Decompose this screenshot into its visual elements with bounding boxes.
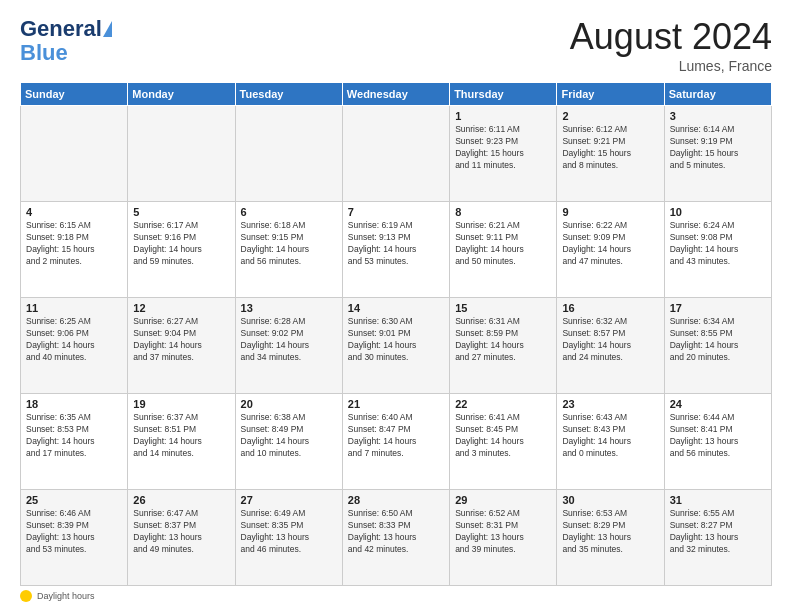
day-number: 9 — [562, 206, 659, 218]
day-number: 2 — [562, 110, 659, 122]
day-number: 7 — [348, 206, 445, 218]
day-number: 13 — [241, 302, 338, 314]
day-number: 24 — [670, 398, 767, 410]
col-sunday: Sunday — [21, 83, 128, 106]
day-info: Sunrise: 6:17 AMSunset: 9:16 PMDaylight:… — [133, 220, 230, 268]
day-info: Sunrise: 6:21 AMSunset: 9:11 PMDaylight:… — [455, 220, 552, 268]
day-info: Sunrise: 6:46 AMSunset: 8:39 PMDaylight:… — [26, 508, 123, 556]
day-info: Sunrise: 6:41 AMSunset: 8:45 PMDaylight:… — [455, 412, 552, 460]
col-saturday: Saturday — [664, 83, 771, 106]
calendar-cell: 16Sunrise: 6:32 AMSunset: 8:57 PMDayligh… — [557, 298, 664, 394]
col-thursday: Thursday — [450, 83, 557, 106]
day-info: Sunrise: 6:32 AMSunset: 8:57 PMDaylight:… — [562, 316, 659, 364]
day-number: 30 — [562, 494, 659, 506]
day-info: Sunrise: 6:43 AMSunset: 8:43 PMDaylight:… — [562, 412, 659, 460]
col-monday: Monday — [128, 83, 235, 106]
header: General Blue August 2024 Lumes, France — [20, 16, 772, 74]
calendar-cell: 1Sunrise: 6:11 AMSunset: 9:23 PMDaylight… — [450, 106, 557, 202]
sun-icon — [20, 590, 32, 602]
calendar-cell: 20Sunrise: 6:38 AMSunset: 8:49 PMDayligh… — [235, 394, 342, 490]
day-info: Sunrise: 6:22 AMSunset: 9:09 PMDaylight:… — [562, 220, 659, 268]
calendar-cell — [342, 106, 449, 202]
day-info: Sunrise: 6:44 AMSunset: 8:41 PMDaylight:… — [670, 412, 767, 460]
day-number: 1 — [455, 110, 552, 122]
day-number: 4 — [26, 206, 123, 218]
day-info: Sunrise: 6:15 AMSunset: 9:18 PMDaylight:… — [26, 220, 123, 268]
calendar-cell: 2Sunrise: 6:12 AMSunset: 9:21 PMDaylight… — [557, 106, 664, 202]
calendar-cell: 22Sunrise: 6:41 AMSunset: 8:45 PMDayligh… — [450, 394, 557, 490]
calendar-table: Sunday Monday Tuesday Wednesday Thursday… — [20, 82, 772, 586]
logo-triangle-icon — [103, 21, 112, 37]
day-number: 14 — [348, 302, 445, 314]
calendar-cell — [235, 106, 342, 202]
calendar-cell: 29Sunrise: 6:52 AMSunset: 8:31 PMDayligh… — [450, 490, 557, 586]
calendar-cell — [21, 106, 128, 202]
calendar-cell: 31Sunrise: 6:55 AMSunset: 8:27 PMDayligh… — [664, 490, 771, 586]
calendar-cell: 10Sunrise: 6:24 AMSunset: 9:08 PMDayligh… — [664, 202, 771, 298]
calendar-page: General Blue August 2024 Lumes, France S… — [0, 0, 792, 612]
logo: General Blue — [20, 16, 114, 66]
day-info: Sunrise: 6:40 AMSunset: 8:47 PMDaylight:… — [348, 412, 445, 460]
day-number: 19 — [133, 398, 230, 410]
calendar-week-2: 4Sunrise: 6:15 AMSunset: 9:18 PMDaylight… — [21, 202, 772, 298]
calendar-cell: 7Sunrise: 6:19 AMSunset: 9:13 PMDaylight… — [342, 202, 449, 298]
calendar-cell: 25Sunrise: 6:46 AMSunset: 8:39 PMDayligh… — [21, 490, 128, 586]
day-info: Sunrise: 6:37 AMSunset: 8:51 PMDaylight:… — [133, 412, 230, 460]
day-info: Sunrise: 6:24 AMSunset: 9:08 PMDaylight:… — [670, 220, 767, 268]
footer-label: Daylight hours — [37, 591, 95, 601]
day-info: Sunrise: 6:47 AMSunset: 8:37 PMDaylight:… — [133, 508, 230, 556]
day-info: Sunrise: 6:18 AMSunset: 9:15 PMDaylight:… — [241, 220, 338, 268]
day-info: Sunrise: 6:14 AMSunset: 9:19 PMDaylight:… — [670, 124, 767, 172]
day-info: Sunrise: 6:12 AMSunset: 9:21 PMDaylight:… — [562, 124, 659, 172]
calendar-cell: 6Sunrise: 6:18 AMSunset: 9:15 PMDaylight… — [235, 202, 342, 298]
month-year-title: August 2024 — [570, 16, 772, 58]
day-info: Sunrise: 6:19 AMSunset: 9:13 PMDaylight:… — [348, 220, 445, 268]
day-number: 10 — [670, 206, 767, 218]
title-block: August 2024 Lumes, France — [570, 16, 772, 74]
day-number: 21 — [348, 398, 445, 410]
calendar-cell: 21Sunrise: 6:40 AMSunset: 8:47 PMDayligh… — [342, 394, 449, 490]
calendar-cell: 17Sunrise: 6:34 AMSunset: 8:55 PMDayligh… — [664, 298, 771, 394]
day-number: 12 — [133, 302, 230, 314]
calendar-cell: 13Sunrise: 6:28 AMSunset: 9:02 PMDayligh… — [235, 298, 342, 394]
day-info: Sunrise: 6:11 AMSunset: 9:23 PMDaylight:… — [455, 124, 552, 172]
day-info: Sunrise: 6:27 AMSunset: 9:04 PMDaylight:… — [133, 316, 230, 364]
day-info: Sunrise: 6:38 AMSunset: 8:49 PMDaylight:… — [241, 412, 338, 460]
day-number: 11 — [26, 302, 123, 314]
calendar-cell: 26Sunrise: 6:47 AMSunset: 8:37 PMDayligh… — [128, 490, 235, 586]
day-number: 3 — [670, 110, 767, 122]
day-info: Sunrise: 6:52 AMSunset: 8:31 PMDaylight:… — [455, 508, 552, 556]
day-info: Sunrise: 6:49 AMSunset: 8:35 PMDaylight:… — [241, 508, 338, 556]
calendar-cell: 8Sunrise: 6:21 AMSunset: 9:11 PMDaylight… — [450, 202, 557, 298]
day-number: 6 — [241, 206, 338, 218]
day-number: 22 — [455, 398, 552, 410]
day-info: Sunrise: 6:25 AMSunset: 9:06 PMDaylight:… — [26, 316, 123, 364]
calendar-cell: 11Sunrise: 6:25 AMSunset: 9:06 PMDayligh… — [21, 298, 128, 394]
day-info: Sunrise: 6:34 AMSunset: 8:55 PMDaylight:… — [670, 316, 767, 364]
day-info: Sunrise: 6:35 AMSunset: 8:53 PMDaylight:… — [26, 412, 123, 460]
day-info: Sunrise: 6:50 AMSunset: 8:33 PMDaylight:… — [348, 508, 445, 556]
header-row: Sunday Monday Tuesday Wednesday Thursday… — [21, 83, 772, 106]
day-number: 20 — [241, 398, 338, 410]
calendar-cell: 14Sunrise: 6:30 AMSunset: 9:01 PMDayligh… — [342, 298, 449, 394]
calendar-week-3: 11Sunrise: 6:25 AMSunset: 9:06 PMDayligh… — [21, 298, 772, 394]
day-info: Sunrise: 6:31 AMSunset: 8:59 PMDaylight:… — [455, 316, 552, 364]
logo-blue: Blue — [20, 40, 68, 66]
calendar-cell: 18Sunrise: 6:35 AMSunset: 8:53 PMDayligh… — [21, 394, 128, 490]
day-number: 31 — [670, 494, 767, 506]
calendar-cell: 27Sunrise: 6:49 AMSunset: 8:35 PMDayligh… — [235, 490, 342, 586]
calendar-week-4: 18Sunrise: 6:35 AMSunset: 8:53 PMDayligh… — [21, 394, 772, 490]
day-number: 17 — [670, 302, 767, 314]
location-subtitle: Lumes, France — [570, 58, 772, 74]
day-number: 18 — [26, 398, 123, 410]
day-number: 23 — [562, 398, 659, 410]
day-info: Sunrise: 6:30 AMSunset: 9:01 PMDaylight:… — [348, 316, 445, 364]
day-number: 15 — [455, 302, 552, 314]
day-number: 25 — [26, 494, 123, 506]
day-info: Sunrise: 6:28 AMSunset: 9:02 PMDaylight:… — [241, 316, 338, 364]
calendar-cell: 5Sunrise: 6:17 AMSunset: 9:16 PMDaylight… — [128, 202, 235, 298]
calendar-cell: 4Sunrise: 6:15 AMSunset: 9:18 PMDaylight… — [21, 202, 128, 298]
day-number: 27 — [241, 494, 338, 506]
day-number: 28 — [348, 494, 445, 506]
day-number: 16 — [562, 302, 659, 314]
